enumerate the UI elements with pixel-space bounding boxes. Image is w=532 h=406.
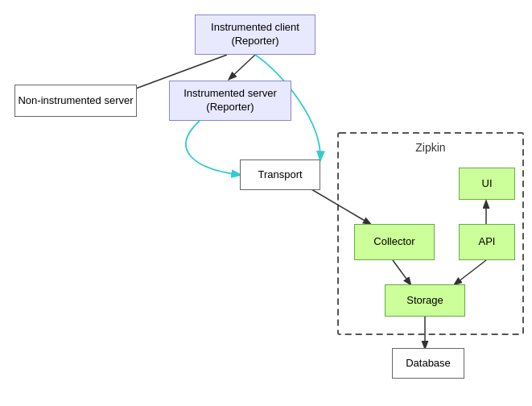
ui-label: UI <box>482 177 493 191</box>
transport-label: Transport <box>258 168 302 182</box>
api-node: API <box>459 224 515 260</box>
storage-node: Storage <box>385 284 465 317</box>
zipkin-label: Zipkin <box>415 141 445 154</box>
transport-node: Transport <box>240 160 320 190</box>
database-node: Database <box>392 348 464 379</box>
collector-label: Collector <box>373 235 414 249</box>
api-label: API <box>479 235 496 249</box>
database-label: Database <box>406 357 451 371</box>
svg-line-5 <box>455 260 486 284</box>
non-instrumented-server-node: Non-instrumented server <box>14 85 137 117</box>
instrumented-server-node: Instrumented server(Reporter) <box>169 81 291 121</box>
instrumented-client-label: Instrumented client(Reporter) <box>211 21 299 48</box>
collector-node: Collector <box>354 224 435 260</box>
ui-node: UI <box>459 168 515 200</box>
non-instrumented-server-label: Non-instrumented server <box>18 94 133 108</box>
svg-line-4 <box>393 260 410 284</box>
instrumented-server-label: Instrumented server(Reporter) <box>184 87 277 114</box>
instrumented-client-node: Instrumented client(Reporter) <box>195 14 315 55</box>
storage-label: Storage <box>406 294 443 308</box>
svg-line-2 <box>229 55 255 79</box>
